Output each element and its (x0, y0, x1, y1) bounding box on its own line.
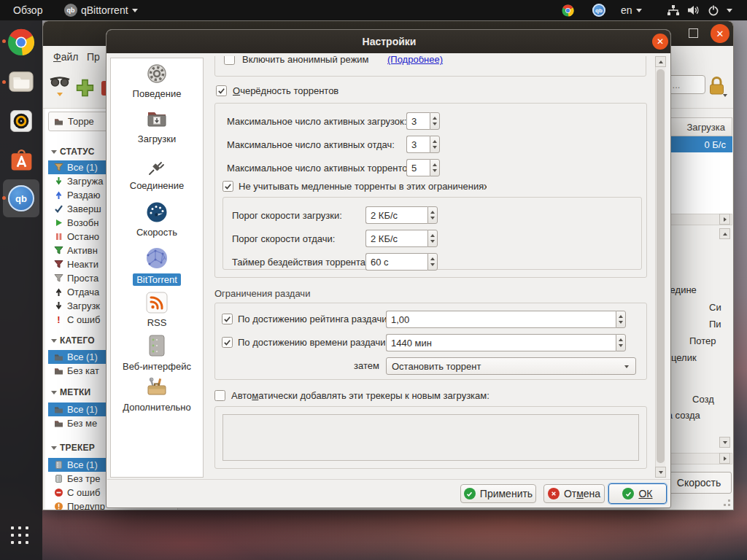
spin-buttons[interactable] (427, 206, 438, 224)
torrent-queueing-checkbox[interactable] (216, 85, 227, 96)
spin-buttons[interactable] (430, 136, 440, 153)
show-applications-button[interactable] (11, 526, 31, 547)
scroll-up-button[interactable] (719, 228, 730, 239)
activities-button[interactable]: Обзор (13, 0, 42, 20)
add-torrent-button[interactable] (75, 78, 95, 101)
download-threshold-spinbox[interactable]: 2 КБ/с (365, 206, 438, 224)
spin-value[interactable]: 3 (406, 136, 430, 153)
anonymous-mode-checkbox[interactable] (224, 56, 235, 65)
rss-icon (146, 292, 168, 314)
limit-action-dropdown[interactable]: Остановить торрент (386, 357, 636, 375)
spin-buttons[interactable] (427, 230, 438, 247)
exclamation-icon: ! (54, 315, 63, 324)
spin-buttons[interactable] (430, 112, 440, 130)
spin-buttons[interactable] (427, 253, 438, 271)
torrent-creator-button[interactable] (49, 74, 71, 103)
dock-files-button[interactable] (7, 67, 36, 96)
resize-grip[interactable] (721, 499, 732, 510)
app-menu-button[interactable]: qb qBittorrent (64, 0, 138, 20)
categories-section-header[interactable]: КАТЕГО (51, 334, 95, 347)
language-indicator[interactable]: en (621, 0, 642, 20)
server-icon (145, 334, 169, 357)
tags-section-header[interactable]: МЕТКИ (51, 386, 90, 399)
nav-connection[interactable]: Соединение (111, 158, 203, 191)
anonymous-mode-link[interactable]: (Подробнее) (387, 56, 443, 65)
cancel-button[interactable]: Отмена (543, 484, 605, 503)
settings-nav: Поведение Загрузки (110, 58, 204, 478)
status-section-header[interactable]: СТАТУС (51, 145, 95, 158)
lock-button[interactable] (707, 75, 727, 100)
running-dot (2, 196, 6, 200)
inactivity-timer-spinbox[interactable]: 60 с (365, 253, 438, 271)
apply-button[interactable]: Применить (460, 484, 536, 503)
main-window-close-button[interactable]: ✕ (711, 24, 729, 43)
upload-threshold-spinbox[interactable]: 2 КБ/с (365, 230, 438, 247)
power-indicator[interactable] (708, 0, 719, 20)
dialog-close-button[interactable]: ✕ (652, 34, 668, 50)
ok-button[interactable]: ОК (608, 483, 667, 504)
settings-scrollbar[interactable] (655, 56, 665, 478)
maximize-icon[interactable] (689, 28, 698, 38)
max-active-downloads-label: Максимальное число активных загрузок: (227, 116, 406, 127)
seed-time-limit-spinbox[interactable]: 1440 мин (386, 334, 626, 351)
dialog-titlebar[interactable]: Настройки ✕ (107, 30, 671, 53)
ratio-limit-spinbox[interactable]: 1,00 (386, 311, 626, 328)
spin-value[interactable]: 60 с (365, 253, 427, 271)
spin-value[interactable]: 1440 мин (386, 334, 616, 351)
qbittorrent-icon: qb (592, 4, 605, 17)
network-indicator[interactable] (667, 0, 680, 20)
scroll-up-button[interactable] (655, 56, 666, 67)
nav-speed[interactable]: Скорость (111, 201, 203, 238)
dock-qbittorrent-button[interactable]: qb (7, 184, 36, 213)
dock-rhythmbox-button[interactable] (7, 106, 36, 136)
chevron-down-icon (723, 94, 727, 97)
chevron-down-icon (636, 9, 642, 12)
spin-value[interactable]: 5 (406, 159, 430, 176)
auto-add-trackers-checkbox[interactable] (214, 390, 225, 401)
spin-value[interactable]: 2 КБ/с (365, 230, 427, 247)
system-menu-chevron[interactable] (727, 0, 732, 20)
nav-webui[interactable]: Веб-интерфейс (111, 334, 203, 372)
dock-ubuntu-software-button[interactable] (7, 146, 36, 175)
topbar-qbittorrent-indicator[interactable]: qb (592, 0, 605, 20)
plus-icon (75, 78, 95, 98)
spin-value[interactable]: 2 КБ/с (365, 206, 427, 224)
tab-speed[interactable]: Скорость (666, 472, 732, 494)
scrollbar-thumb[interactable] (657, 69, 665, 463)
ignore-slow-torrents-checkbox[interactable] (222, 181, 233, 192)
funnel-icon (54, 246, 63, 255)
nav-behavior[interactable]: Поведение (111, 63, 203, 99)
spin-value[interactable]: 3 (406, 112, 430, 130)
nav-rss[interactable]: RSS (111, 292, 203, 328)
spin-value[interactable]: 1,00 (386, 311, 616, 328)
trackers-textarea[interactable] (222, 414, 639, 461)
dock-chrome-button[interactable] (7, 28, 36, 57)
scroll-down-button[interactable] (655, 467, 666, 478)
volume-indicator[interactable] (686, 0, 700, 20)
trackers-section-header[interactable]: ТРЕКЕР (51, 441, 95, 454)
max-active-torrents-label: Максимальное число активных торрентов: (227, 163, 415, 174)
topbar-chrome-indicator[interactable] (562, 0, 574, 20)
spin-buttons[interactable] (616, 334, 626, 351)
nav-downloads[interactable]: Загрузки (111, 108, 203, 144)
nav-bittorrent[interactable]: BitTorrent (111, 246, 203, 286)
menu-file[interactable]: Файл (53, 51, 78, 63)
menu-edit[interactable]: Пр (87, 51, 100, 63)
arrow-down-icon (54, 301, 63, 311)
max-active-torrents-spinbox[interactable]: 5 (406, 159, 440, 176)
collapse-icon (51, 391, 57, 394)
scroll-right-button[interactable] (719, 214, 730, 225)
spin-buttons[interactable] (616, 311, 626, 328)
spin-buttons[interactable] (430, 159, 440, 176)
ubuntu-software-icon (8, 147, 35, 174)
scroll-right-button[interactable] (719, 453, 730, 464)
detail-label-wasted: Потер (689, 335, 716, 346)
max-active-uploads-spinbox[interactable]: 3 (406, 136, 440, 153)
ratio-limit-checkbox[interactable] (222, 314, 233, 324)
qbittorrent-icon: qb (8, 185, 34, 211)
seed-time-limit-checkbox[interactable] (222, 337, 233, 348)
max-active-downloads-spinbox[interactable]: 3 (406, 112, 440, 130)
scroll-down-button[interactable] (719, 437, 730, 448)
nav-advanced[interactable]: Дополнительно (111, 376, 203, 413)
button-row-separator (107, 479, 671, 480)
